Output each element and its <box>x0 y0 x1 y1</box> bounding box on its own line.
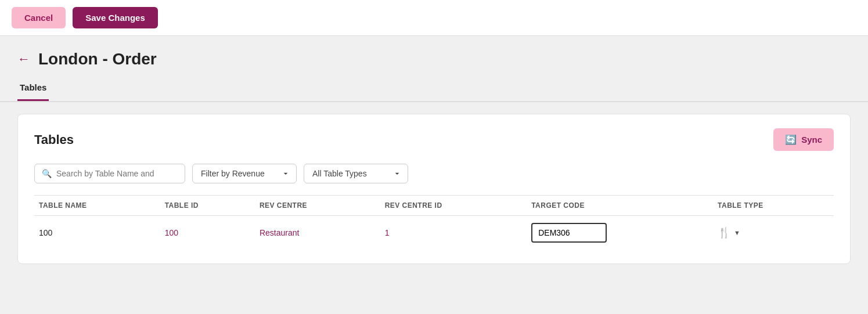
cell-table-id: 100 <box>160 216 255 250</box>
search-input[interactable] <box>56 169 178 178</box>
save-changes-button[interactable]: Save Changes <box>73 7 158 28</box>
main-content: Tables 🔄 Sync 🔍 Filter by RevenueRevenue… <box>0 102 868 276</box>
utensil-icon: 🍴 <box>718 226 730 239</box>
rev-centre-link[interactable]: Restaurant <box>260 228 299 237</box>
table-row: 100100Restaurant1🍴▼ <box>34 216 834 250</box>
cell-table-name: 100 <box>34 216 160 250</box>
table-type-filter-select[interactable]: All Table TypesDine InTakeawayDelivery <box>304 164 408 183</box>
tab-tables[interactable]: Tables <box>17 78 49 101</box>
col-table-id: TABLE ID <box>160 196 255 216</box>
rev-centre-id-link[interactable]: 1 <box>385 228 390 237</box>
search-icon: 🔍 <box>42 169 52 178</box>
card-title: Tables <box>34 132 74 147</box>
cell-table-type: 🍴▼ <box>713 216 834 250</box>
toolbar: Cancel Save Changes <box>0 0 868 36</box>
back-arrow-icon[interactable]: ← <box>17 52 30 67</box>
table-id-link[interactable]: 100 <box>165 228 178 237</box>
cell-target-code[interactable] <box>527 216 713 250</box>
col-rev-centre-id: REV CENTRE ID <box>380 196 527 216</box>
card-header: Tables 🔄 Sync <box>34 128 834 151</box>
tables-card: Tables 🔄 Sync 🔍 Filter by RevenueRevenue… <box>17 114 851 264</box>
table-type-dropdown-arrow[interactable]: ▼ <box>734 229 740 236</box>
tabs-bar: Tables <box>0 68 868 102</box>
page-header: ← London - Order <box>0 36 868 68</box>
cell-rev-centre: Restaurant <box>255 216 380 250</box>
cell-rev-centre-id: 1 <box>380 216 527 250</box>
col-table-name: TABLE NAME <box>34 196 160 216</box>
revenue-filter-select[interactable]: Filter by RevenueRevenue 1Revenue 2 <box>192 164 297 183</box>
page-title: London - Order <box>38 50 157 68</box>
col-target-code: TARGET CODE <box>527 196 713 216</box>
sync-icon: 🔄 <box>785 134 797 145</box>
tables-data-table: TABLE NAME TABLE ID REV CENTRE REV CENTR… <box>34 195 834 250</box>
sync-label: Sync <box>801 135 822 145</box>
table-header-row: TABLE NAME TABLE ID REV CENTRE REV CENTR… <box>34 196 834 216</box>
col-table-type: TABLE TYPE <box>713 196 834 216</box>
target-code-input[interactable] <box>531 223 607 243</box>
filters-row: 🔍 Filter by RevenueRevenue 1Revenue 2 Al… <box>34 164 834 183</box>
col-rev-centre: REV CENTRE <box>255 196 380 216</box>
sync-button[interactable]: 🔄 Sync <box>773 128 834 151</box>
search-input-wrapper[interactable]: 🔍 <box>34 164 185 183</box>
cancel-button[interactable]: Cancel <box>12 7 66 28</box>
